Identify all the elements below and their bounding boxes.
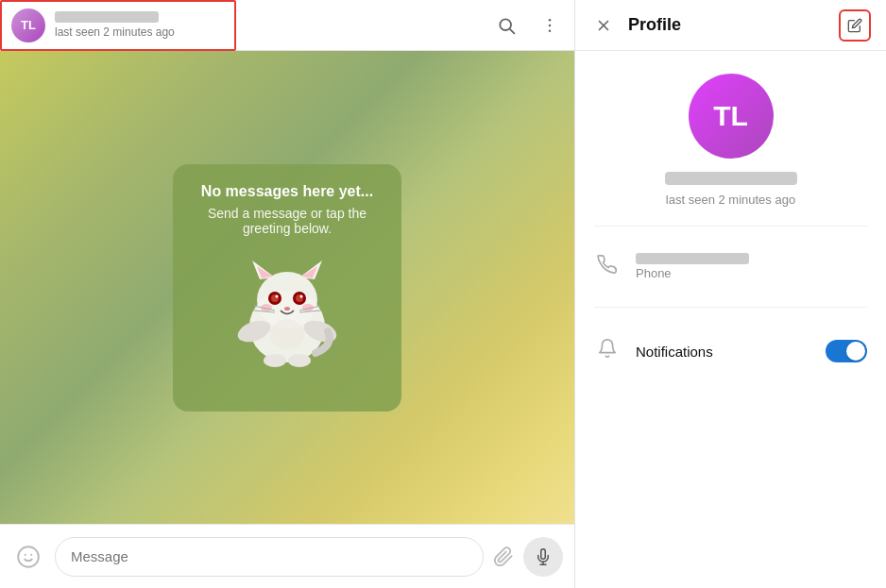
emoji-icon: [16, 545, 41, 569]
message-input[interactable]: [55, 537, 484, 577]
profile-phone-row: Phone: [594, 245, 867, 288]
profile-divider-1: [594, 226, 867, 227]
profile-last-seen: last seen 2 minutes ago: [666, 193, 795, 207]
profile-header: Profile: [575, 0, 886, 51]
svg-point-31: [30, 553, 32, 555]
notifications-toggle[interactable]: [826, 340, 867, 362]
emoji-button[interactable]: [11, 540, 45, 574]
svg-line-1: [510, 29, 514, 33]
contact-name-blurred: [55, 11, 159, 23]
svg-point-3: [549, 24, 552, 26]
profile-divider-2: [594, 307, 867, 308]
search-icon: [497, 16, 516, 35]
edit-profile-button[interactable]: [839, 9, 871, 42]
phone-icon: [594, 254, 621, 280]
profile-phone-content: Phone: [636, 253, 749, 280]
profile-name-blurred: [665, 172, 797, 185]
phone-number-blurred: [636, 253, 749, 264]
svg-point-26: [264, 354, 286, 367]
close-icon: [595, 17, 612, 34]
empty-message-card: No messages here yet... Send a message o…: [173, 164, 401, 412]
profile-title: Profile: [628, 15, 827, 35]
notifications-label: Notifications: [636, 344, 810, 360]
svg-point-2: [549, 18, 552, 21]
svg-point-21: [284, 307, 290, 311]
header-status: last seen 2 minutes ago: [55, 25, 484, 39]
svg-point-4: [549, 29, 552, 32]
empty-message-line2: Send a message or tap thegreeting below.: [208, 206, 366, 236]
svg-point-15: [276, 294, 279, 297]
svg-point-29: [18, 546, 39, 567]
svg-point-18: [300, 294, 303, 297]
svg-point-0: [500, 19, 511, 30]
bell-icon: [594, 338, 621, 364]
profile-avatar-initials: TL: [713, 100, 748, 132]
chat-body: No messages here yet... Send a message o…: [0, 51, 574, 524]
empty-message-line1: No messages here yet...: [201, 183, 373, 200]
chat-avatar-initials: TL: [21, 18, 36, 32]
svg-point-27: [288, 354, 311, 367]
profile-panel: Profile TL last seen 2 minutes ago Phon: [574, 0, 886, 588]
search-button[interactable]: [493, 12, 520, 39]
phone-label: Phone: [636, 266, 749, 280]
close-profile-button[interactable]: [590, 12, 617, 39]
toggle-knob: [846, 342, 865, 361]
edit-icon: [847, 18, 862, 33]
mic-icon: [535, 548, 552, 565]
more-options-button[interactable]: [537, 12, 563, 39]
chat-panel: TL last seen 2 minutes ago No messages h…: [0, 0, 574, 588]
chat-header-info: last seen 2 minutes ago: [55, 11, 484, 39]
profile-avatar: TL: [689, 74, 774, 159]
attach-icon: [493, 546, 514, 567]
svg-point-28: [270, 319, 304, 349]
notifications-row: Notifications: [594, 330, 867, 372]
mic-button[interactable]: [523, 537, 563, 577]
more-vert-icon: [540, 16, 559, 35]
chat-header: TL last seen 2 minutes ago: [0, 0, 574, 51]
header-actions: [493, 12, 563, 39]
svg-point-30: [25, 553, 26, 555]
chat-avatar[interactable]: TL: [11, 8, 45, 42]
profile-body: TL last seen 2 minutes ago Phone: [575, 51, 886, 588]
attach-button[interactable]: [493, 546, 514, 567]
cat-sticker: [226, 251, 349, 374]
chat-input-area: [0, 524, 574, 588]
